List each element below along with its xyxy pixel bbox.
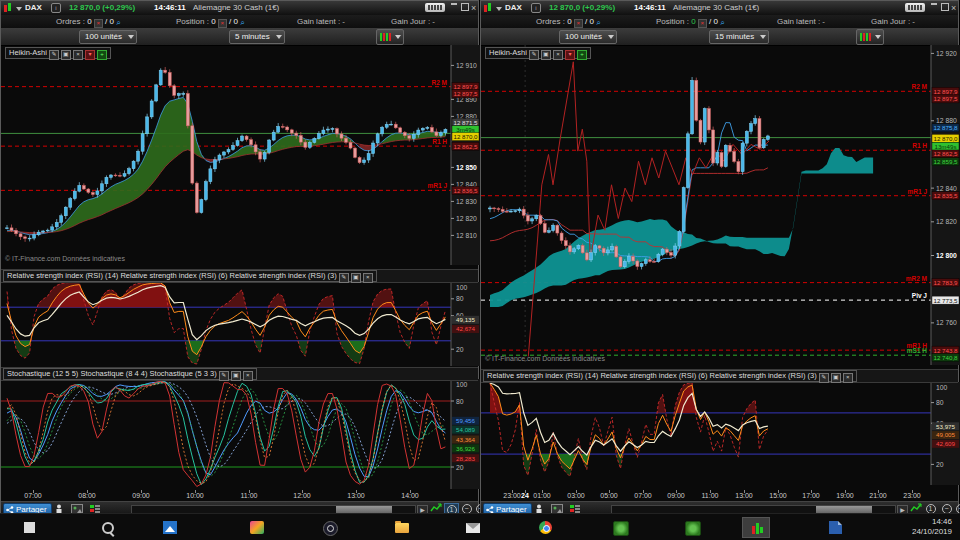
units-dropdown[interactable]: 100 unités bbox=[559, 30, 617, 44]
close-button[interactable]: × bbox=[471, 3, 476, 13]
rsi-panel[interactable]: 10080602049,13542,674 bbox=[1, 282, 480, 366]
orders-search-icon[interactable]: ⌕ bbox=[596, 19, 604, 27]
stochastic-panel[interactable]: 100802059,45654,08943,36436,92628,283 bbox=[1, 379, 480, 489]
desktop: DAX i 12 870,0 (+0,29%) 14:46:11 Allemag… bbox=[0, 0, 960, 540]
indicator-chip-heikin-ashi[interactable]: Heikin-Ashi✎▣×▾+ bbox=[5, 47, 111, 59]
svg-text:R2 M: R2 M bbox=[911, 83, 927, 90]
rsi-indicator-chip[interactable]: Relative strength index (RSI) (14) Relat… bbox=[3, 270, 377, 282]
close-button[interactable]: × bbox=[951, 3, 956, 13]
rsi-panel[interactable]: 10080602053,97549,00542,609 bbox=[481, 382, 960, 485]
svg-text:80: 80 bbox=[456, 398, 464, 405]
time-tick-label: 17:00 bbox=[802, 492, 820, 499]
indicator-chip-heikin-ashi[interactable]: Heikin-Ashi✎▣×▾+ bbox=[485, 47, 591, 59]
rsi-indicator-chip[interactable]: Relative strength index (RSI) (14) Relat… bbox=[483, 370, 857, 382]
chevron-down-icon bbox=[276, 35, 282, 39]
taskbar-clock[interactable]: 14:4624/10/2019 bbox=[912, 517, 952, 537]
close-icon[interactable]: × bbox=[843, 373, 853, 383]
search-button[interactable] bbox=[93, 517, 121, 538]
maximize-button[interactable] bbox=[941, 3, 949, 11]
timeframe-dropdown[interactable]: 15 minutes bbox=[709, 30, 769, 44]
svg-text:100: 100 bbox=[936, 384, 948, 391]
time-tick-label: 03:00 bbox=[567, 492, 585, 499]
keyboard-icon[interactable] bbox=[905, 3, 925, 12]
taskbar-app-folder[interactable] bbox=[388, 517, 416, 538]
svg-text:42,609: 42,609 bbox=[936, 440, 955, 447]
start-button[interactable] bbox=[16, 517, 44, 538]
taskbar-app-prorealtime-active[interactable] bbox=[742, 517, 770, 538]
svg-text:12 820: 12 820 bbox=[456, 215, 477, 222]
info-icon[interactable]: i bbox=[531, 3, 541, 13]
taskbar-app-photos[interactable] bbox=[156, 517, 184, 538]
stoch-indicator-chip[interactable]: Stochastique (12 5 5) Stochastique (8 4 … bbox=[3, 368, 257, 380]
scrollbar-thumb[interactable] bbox=[816, 506, 873, 513]
timeframe-dropdown[interactable]: 5 minutes bbox=[229, 30, 285, 44]
cancel-orders-icon[interactable]: × bbox=[94, 19, 103, 28]
panel-icon[interactable]: ▣ bbox=[61, 50, 71, 60]
taskbar-app-browser[interactable] bbox=[316, 517, 344, 538]
minimize-button[interactable] bbox=[451, 3, 457, 5]
panel-icon[interactable]: ▣ bbox=[541, 50, 551, 60]
svg-text:12 862,5: 12 862,5 bbox=[933, 150, 958, 157]
stoch-panel-header: Stochastique (12 5 5) Stochastique (8 4 … bbox=[1, 367, 478, 381]
time-tick-label: 09:00 bbox=[132, 492, 150, 499]
minimize-button[interactable] bbox=[931, 3, 937, 5]
panel-icon[interactable]: ▣ bbox=[231, 371, 241, 381]
taskbar-app-prt-1[interactable] bbox=[606, 517, 634, 538]
wrench-icon[interactable]: ✎ bbox=[529, 50, 539, 60]
close-position-icon[interactable]: × bbox=[698, 19, 707, 28]
symbol-name[interactable]: DAX bbox=[25, 3, 42, 12]
ema-cloud bbox=[52, 97, 206, 232]
taskbar-app-prt-2[interactable] bbox=[678, 517, 706, 538]
panel-icon[interactable]: ▣ bbox=[831, 373, 841, 383]
units-dropdown[interactable]: 100 unités bbox=[79, 30, 137, 44]
main-chart[interactable]: R2 MR1 HmR1 J12 91012 89012 88012 85012 … bbox=[1, 45, 480, 265]
time-tick-label: 08:00 bbox=[78, 492, 96, 499]
candlestick-icon bbox=[4, 3, 13, 12]
wrench-icon[interactable]: ✎ bbox=[49, 50, 59, 60]
scrollbar-thumb[interactable] bbox=[336, 506, 393, 513]
time-tick-label: 07:00 bbox=[24, 492, 42, 499]
taskbar: 14:4624/10/2019 bbox=[0, 513, 960, 540]
taskbar-app-chrome[interactable] bbox=[532, 517, 560, 538]
main-chart[interactable]: R2 MR1 HmR1 JmR2 MPiv JmR1 HmS1 H12 9201… bbox=[481, 45, 960, 365]
close-icon[interactable]: × bbox=[553, 50, 563, 60]
close-icon[interactable]: × bbox=[363, 273, 373, 283]
info-icon[interactable]: i bbox=[51, 3, 61, 13]
wrench-icon[interactable]: ✎ bbox=[819, 373, 829, 383]
sell-icon[interactable]: ▾ bbox=[85, 50, 95, 60]
position-search-icon[interactable]: ⌕ bbox=[720, 19, 728, 27]
chevron-down-icon bbox=[875, 35, 881, 39]
window-titlebar[interactable]: DAX i 12 870,0 (+0,29%) 14:46:11 Allemag… bbox=[1, 1, 478, 15]
close-icon[interactable]: × bbox=[243, 371, 253, 381]
wrench-icon[interactable]: ✎ bbox=[219, 371, 229, 381]
keyboard-icon[interactable] bbox=[425, 3, 445, 12]
orders-toolbar: Ordres : 0 × / 0 ⌕ Position : 0 × / 0 ⌕ … bbox=[1, 15, 478, 29]
maximize-button[interactable] bbox=[461, 3, 469, 11]
position-search-icon[interactable]: ⌕ bbox=[240, 19, 248, 27]
orders-toolbar: Ordres : 0 × / 0 ⌕ Position : 0 × / 0 ⌕ … bbox=[481, 15, 958, 29]
close-icon[interactable]: × bbox=[73, 50, 83, 60]
svg-text:12 897,5: 12 897,5 bbox=[453, 90, 478, 97]
window-titlebar[interactable]: DAX i 12 870,0 (+0,29%) 14:46:11 Allemag… bbox=[481, 1, 958, 15]
taskbar-app-paint[interactable] bbox=[243, 517, 271, 538]
chevron-down-icon[interactable] bbox=[16, 7, 22, 11]
svg-text:12 830: 12 830 bbox=[456, 198, 477, 205]
time-axis: 23:002401:0003:0005:0007:0009:0011:0013:… bbox=[481, 490, 960, 501]
buy-icon[interactable]: + bbox=[97, 50, 107, 60]
chart-style-dropdown[interactable] bbox=[376, 29, 404, 45]
svg-text:80: 80 bbox=[456, 295, 464, 302]
buy-icon[interactable]: + bbox=[577, 50, 587, 60]
symbol-name[interactable]: DAX bbox=[505, 3, 522, 12]
chart-style-dropdown[interactable] bbox=[856, 29, 884, 45]
close-position-icon[interactable]: × bbox=[218, 19, 227, 28]
chevron-down-icon[interactable] bbox=[496, 7, 502, 11]
orders-search-icon[interactable]: ⌕ bbox=[116, 19, 124, 27]
taskbar-app-notes[interactable] bbox=[822, 517, 850, 538]
copyright: © IT-Finance.com Données indicatives bbox=[485, 355, 605, 362]
taskbar-app-mail[interactable] bbox=[459, 517, 487, 538]
cancel-orders-icon[interactable]: × bbox=[574, 19, 583, 28]
panel-icon[interactable]: ▣ bbox=[351, 273, 361, 283]
svg-text:12 875,8: 12 875,8 bbox=[933, 124, 958, 131]
sell-icon[interactable]: ▾ bbox=[565, 50, 575, 60]
wrench-icon[interactable]: ✎ bbox=[339, 273, 349, 283]
